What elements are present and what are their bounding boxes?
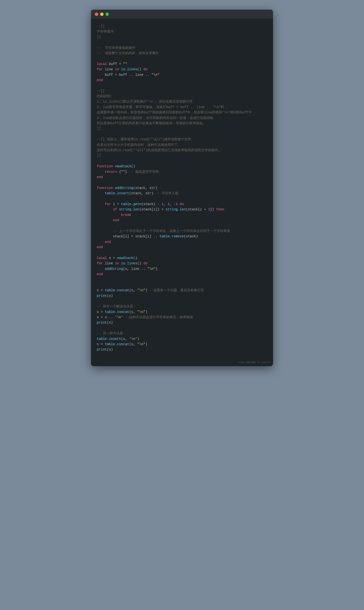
code-content: --[[ 字符串缓冲 ]] -- 字符串拼接低效操作 -- 读取整个文件的内容，… xyxy=(91,19,273,360)
close-button[interactable] xyxy=(95,13,98,16)
code-editor-window: --[[ 字符串缓冲 ]] -- 字符串拼接低效操作 -- 读取整个文件的内容，… xyxy=(91,10,273,366)
titlebar xyxy=(91,10,273,19)
minimize-button[interactable] xyxy=(100,13,104,16)
maximize-button[interactable] xyxy=(105,13,109,16)
watermark: CSDN @发明疯 于 LUAJIT xyxy=(91,360,273,366)
